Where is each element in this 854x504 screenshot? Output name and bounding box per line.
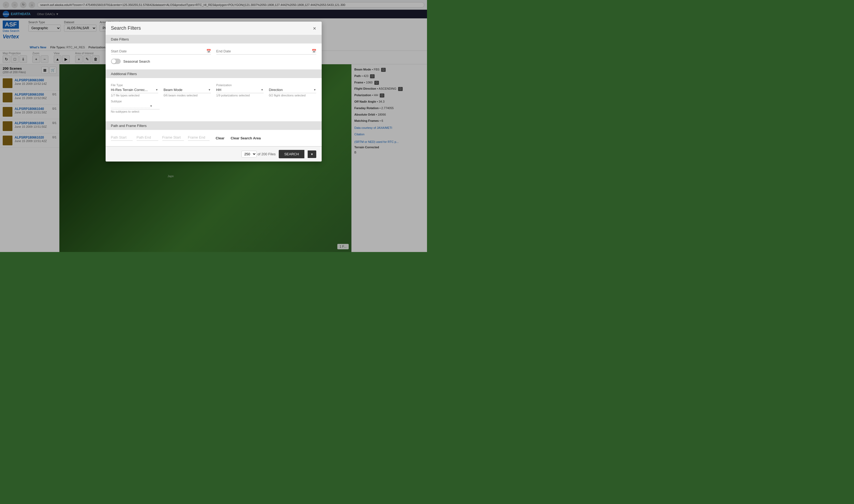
beam-mode-filter-value: Beam Mode [164, 88, 208, 92]
direction-arrow-icon: ▼ [313, 88, 316, 91]
date-filters-body: 📅 📅 Seasonal Search [106, 43, 322, 70]
path-frame-row: Clear Clear Search Area [111, 135, 316, 141]
frame-start-wrapper [162, 135, 184, 141]
date-filters-section-header: Date Filters [106, 35, 322, 43]
subtype-label: Subtype [111, 100, 160, 103]
polarization-sub: 1/9 polarizations selected [216, 94, 264, 97]
direction-sub: 0/2 flight directions selected [269, 94, 316, 97]
beam-mode-group: Beam Mode ▼ 0/6 beam modes selected [164, 87, 211, 97]
clear-search-area-button[interactable]: Clear Search Area [231, 136, 261, 140]
frame-start-input[interactable] [162, 135, 184, 141]
toggle-knob [111, 59, 116, 64]
additional-filters-body: File Type Hi-Res Terrain Correc... ▼ 1/7… [106, 78, 322, 122]
polarization-filter-value: HH [216, 88, 261, 92]
frame-end-input[interactable] [188, 135, 210, 141]
clear-button[interactable]: Clear [214, 136, 227, 140]
seasonal-toggle[interactable] [111, 59, 121, 64]
end-date-input[interactable] [216, 49, 312, 53]
start-date-input[interactable] [111, 49, 206, 53]
results-count: 250 of 200 Files [241, 151, 276, 158]
polarization-select[interactable]: HH ▼ [216, 88, 264, 93]
polarization-arrow-icon: ▼ [261, 88, 264, 91]
subtype-select[interactable]: ▼ [111, 104, 160, 109]
start-date-field: 📅 [111, 49, 211, 55]
path-start-input[interactable] [111, 135, 133, 141]
main-filter-row: File Type Hi-Res Terrain Correc... ▼ 1/7… [111, 84, 316, 97]
path-frame-section-header: Path and Frame Filters [106, 122, 322, 130]
search-dropdown-button[interactable]: ▼ [308, 150, 316, 158]
file-type-label: File Type [111, 84, 158, 87]
modal-title: Search Filters [111, 25, 141, 31]
subtype-group: Subtype ▼ No subtypes to select [111, 100, 160, 113]
start-date-calendar-icon[interactable]: 📅 [206, 49, 211, 53]
end-date-calendar-icon[interactable]: 📅 [312, 49, 316, 53]
subtype-filter-row: Subtype ▼ No subtypes to select [111, 100, 316, 113]
file-type-value: Hi-Res Terrain Correc... [111, 88, 156, 92]
modal-overlay: Search Filters × Date Filters 📅 📅 [0, 0, 427, 252]
file-type-arrow-icon: ▼ [156, 88, 158, 91]
direction-group: Direction ▼ 0/2 flight directions select… [269, 87, 316, 97]
seasonal-label: Seasonal Search [123, 59, 150, 64]
search-button[interactable]: SEARCH [279, 150, 304, 158]
seasonal-row: Seasonal Search [111, 59, 316, 64]
modal-close-button[interactable]: × [313, 26, 316, 31]
file-type-select[interactable]: Hi-Res Terrain Correc... ▼ [111, 88, 158, 93]
file-type-group: File Type Hi-Res Terrain Correc... ▼ 1/7… [111, 84, 158, 97]
subtype-value [111, 105, 150, 108]
path-start-wrapper [111, 135, 133, 141]
direction-filter-value: Direction [269, 88, 313, 92]
file-type-sub: 1/7 file types selected [111, 94, 158, 97]
results-per-page-select[interactable]: 250 [241, 151, 257, 158]
beam-mode-sub: 0/6 beam modes selected [164, 94, 211, 97]
path-end-input[interactable] [137, 135, 158, 141]
modal-footer: 250 of 200 Files SEARCH ▼ [106, 146, 322, 162]
date-row: 📅 📅 [111, 49, 316, 55]
subtype-arrow-icon: ▼ [150, 105, 152, 108]
frame-end-wrapper [188, 135, 210, 141]
path-frame-body: Clear Clear Search Area [106, 130, 322, 146]
additional-filters-section-header: Additional Filters [106, 70, 322, 78]
of-files-label: of 200 Files [257, 152, 275, 156]
end-date-field: 📅 [216, 49, 316, 55]
modal-header: Search Filters × [106, 22, 322, 35]
polarization-filter-label: Polarization [216, 84, 264, 87]
direction-select[interactable]: Direction ▼ [269, 88, 316, 93]
polarization-group: Polarization HH ▼ 1/9 polarizations sele… [216, 84, 264, 97]
search-filters-modal: Search Filters × Date Filters 📅 📅 [106, 22, 322, 162]
subtype-sub: No subtypes to select [111, 110, 160, 113]
path-end-wrapper [137, 135, 158, 141]
beam-mode-select[interactable]: Beam Mode ▼ [164, 88, 211, 93]
beam-mode-arrow-icon: ▼ [208, 88, 211, 91]
